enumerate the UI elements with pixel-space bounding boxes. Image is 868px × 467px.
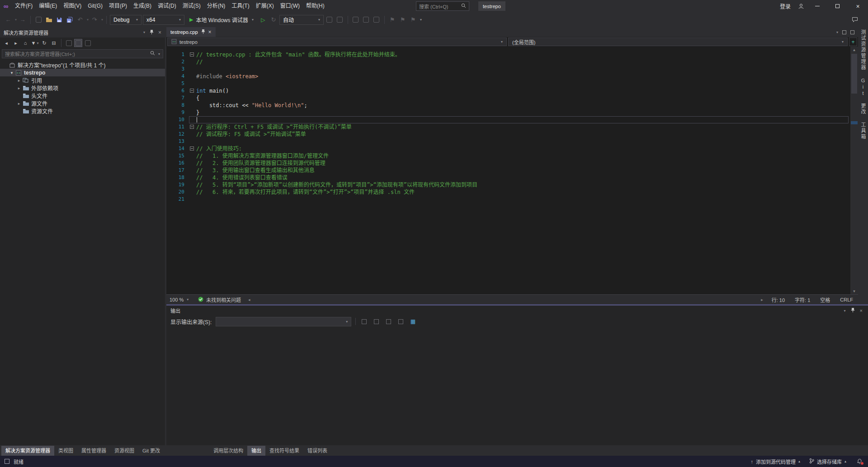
close-tab-icon[interactable]: ×	[208, 29, 212, 35]
minimize-button[interactable]	[807, 0, 827, 12]
next-bookmark-icon[interactable]: ⚑	[409, 15, 418, 25]
code-line[interactable]: 6−int main()	[166, 87, 850, 94]
code-line[interactable]: 21	[166, 196, 850, 203]
scroll-left-icon[interactable]: ◂	[246, 297, 252, 302]
properties-icon[interactable]	[74, 39, 82, 47]
fold-marker-icon[interactable]: −	[189, 51, 196, 58]
menu-item[interactable]: 帮助(H)	[303, 0, 328, 12]
code-line[interactable]: 18// 4. 使用错误列表窗口查看错误	[166, 174, 850, 181]
save-all-icon[interactable]	[65, 15, 74, 25]
notifications-bell-icon[interactable]	[855, 458, 863, 464]
menu-item[interactable]: 生成(B)	[130, 0, 155, 12]
solution-name-chip[interactable]: testrepo	[478, 1, 505, 11]
panel-tab[interactable]: 输出	[247, 446, 265, 456]
panel-tab[interactable]: 属性管理器	[77, 446, 110, 456]
output-panel-header[interactable]: 输出 ▾ ×	[166, 306, 868, 316]
hot-reload-icon[interactable]: ↻	[269, 15, 278, 25]
split-window-icon[interactable]	[842, 30, 846, 34]
configuration-combo[interactable]: Debug▾	[110, 15, 142, 25]
toolbar-overflow-icon[interactable]: ▾	[420, 18, 422, 22]
chevron-expanded-icon[interactable]: ▾	[9, 71, 14, 75]
code-line[interactable]: 3	[166, 66, 850, 73]
panel-tab[interactable]: Git 更改	[138, 446, 164, 456]
solution-search-box[interactable]: 搜索解决方案资源管理器(Ctrl+;) ▾	[2, 49, 163, 58]
menu-item[interactable]: 文件(F)	[12, 0, 36, 12]
attach-to-process-icon[interactable]	[325, 15, 334, 25]
code-line[interactable]: 10	[166, 116, 850, 123]
panel-tab[interactable]: 类视图	[54, 446, 77, 456]
status-eol[interactable]: CRLF	[835, 297, 858, 302]
code-editor[interactable]: 1−// testrepo.cpp : 此文件包含 "main" 函数。程序执行…	[166, 47, 858, 294]
step-over-icon[interactable]	[362, 15, 371, 25]
tree-item[interactable]: ▸外部依赖项	[0, 84, 165, 92]
navigate-forward-icon[interactable]: →	[18, 15, 27, 25]
sign-in-button[interactable]: 登录	[775, 2, 795, 10]
tree-item[interactable]: ▾++testrepo	[0, 69, 165, 76]
hot-reload-on-save-combo[interactable]: 自动▾	[279, 15, 324, 25]
autohide-tab[interactable]: Git 更改	[859, 78, 867, 115]
autohide-tab[interactable]: 测试资源管理器	[859, 29, 867, 71]
code-line[interactable]: 4#include <iostream>	[166, 73, 850, 80]
show-all-files-icon[interactable]	[65, 39, 73, 47]
goto-prev-message-icon[interactable]	[372, 317, 380, 325]
code-line[interactable]: 14−// 入门使用技巧:	[166, 145, 850, 152]
menu-item[interactable]: Git(G)	[85, 0, 106, 12]
autohide-tab[interactable]: 工具箱	[859, 122, 867, 140]
find-message-icon[interactable]	[360, 317, 368, 325]
horizontal-scrollbar[interactable]: ◂ ▸	[246, 295, 765, 304]
code-line[interactable]: 1−// testrepo.cpp : 此文件包含 "main" 函数。程序执行…	[166, 51, 850, 58]
code-line[interactable]: 8 std::cout << "Hello World!\n";	[166, 102, 850, 109]
clear-all-icon[interactable]	[396, 317, 405, 325]
scrollbar-track[interactable]	[252, 297, 760, 302]
step-into-icon[interactable]	[351, 15, 360, 25]
menu-item[interactable]: 分析(N)	[204, 0, 229, 12]
scroll-right-icon[interactable]: ▸	[759, 297, 765, 302]
editor-tab[interactable]: testrepo.cpp ×	[166, 27, 216, 37]
active-files-dropdown-icon[interactable]: ▾	[836, 30, 838, 34]
code-line[interactable]: 17// 3. 使用输出窗口查看生成输出和其他消息	[166, 167, 850, 174]
open-file-icon[interactable]	[44, 15, 53, 25]
vertical-scrollbar[interactable]: ▲ ▼	[850, 47, 858, 294]
code-line[interactable]: 16// 2. 使用团队资源管理器窗口连接到源代码管理	[166, 160, 850, 167]
maximize-button[interactable]	[827, 0, 848, 12]
fold-marker-icon[interactable]: −	[189, 87, 196, 94]
menu-item[interactable]: 窗口(W)	[277, 0, 303, 12]
redo-icon[interactable]: ↷	[90, 15, 99, 25]
code-line[interactable]: 11−// 运行程序: Ctrl + F5 或调试 >“开始执行(不调试)”菜单	[166, 123, 850, 131]
close-icon[interactable]: ×	[158, 29, 161, 36]
undo-icon[interactable]: ↶	[75, 15, 85, 25]
quick-search-box[interactable]: 搜索 (Ctrl+Q)	[416, 1, 469, 11]
account-icon[interactable]	[795, 3, 807, 9]
goto-next-message-icon[interactable]	[384, 317, 392, 325]
close-button[interactable]: ×	[848, 0, 868, 12]
code-line[interactable]: 9}	[166, 109, 850, 116]
collapse-all-icon[interactable]: ⊟	[50, 39, 58, 47]
code-health-indicator[interactable]: 未找到相关问题	[194, 296, 245, 303]
menu-item[interactable]: 调试(D)	[155, 0, 179, 12]
scroll-up-icon[interactable]: ▲	[850, 47, 858, 53]
home-icon[interactable]: ⌂	[21, 39, 29, 47]
tree-item[interactable]: ▸源文件	[0, 99, 165, 107]
zoom-combo[interactable]: 100 %▾	[166, 295, 194, 304]
panel-tab[interactable]: 调用层次结构	[209, 446, 247, 456]
layout-icon[interactable]	[5, 459, 9, 464]
menu-item[interactable]: 项目(P)	[106, 0, 130, 12]
fold-marker-icon[interactable]: −	[189, 123, 196, 131]
solution-explorer-header[interactable]: 解决方案资源管理器 ▾ ×	[0, 27, 165, 38]
preview-selected-items-icon[interactable]	[84, 39, 92, 47]
scrollbar-thumb[interactable]	[851, 54, 857, 94]
panel-tab[interactable]: 资源视图	[110, 446, 138, 456]
tree-item[interactable]: ▸引用	[0, 76, 165, 84]
new-project-icon[interactable]	[34, 15, 43, 25]
back-icon[interactable]: ◂	[2, 39, 10, 47]
prev-bookmark-icon[interactable]: ⚑	[398, 15, 407, 25]
panel-tab[interactable]: 查找符号结果	[265, 446, 303, 456]
tree-item[interactable]: 解决方案"testrepo"(1 个项目/共 1 个)	[0, 61, 165, 69]
code-line[interactable]: 20// 6. 将来，若要再次打开此项目，请转到“文件”>“打开”>“项目”并选…	[166, 189, 850, 196]
toggle-bookmark-icon[interactable]: ⚑	[388, 15, 397, 25]
start-without-debugging-icon[interactable]: ▷	[259, 15, 268, 25]
menu-item[interactable]: 视图(V)	[60, 0, 85, 12]
window-position-icon[interactable]: ▾	[143, 30, 145, 34]
pin-icon[interactable]	[851, 307, 855, 314]
scope-dropdown[interactable]: (全局范围) ▾	[508, 38, 848, 46]
